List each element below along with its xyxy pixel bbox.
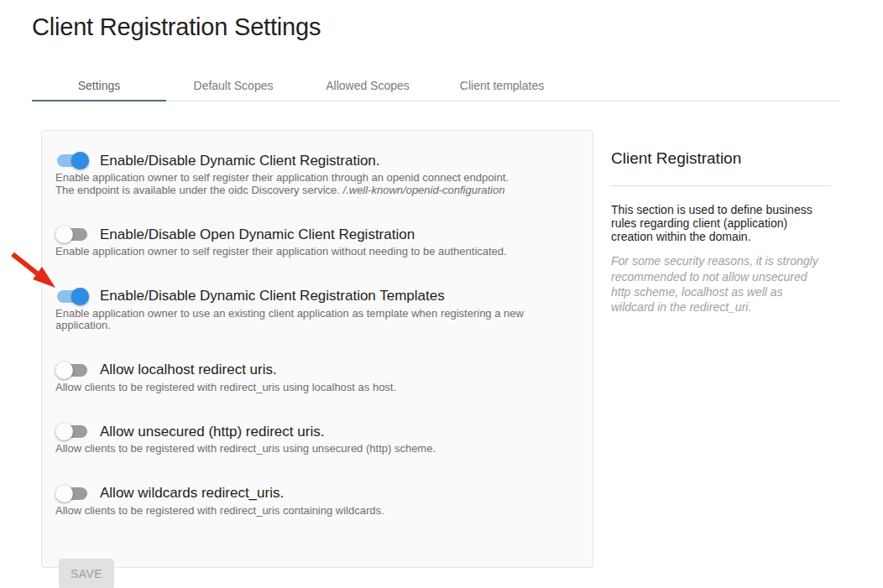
description-line-1: Enable application owner to self registe… bbox=[55, 171, 509, 184]
page-title: Client Registration Settings bbox=[32, 13, 321, 41]
tab-allowed-scopes[interactable]: Allowed Scopes bbox=[300, 70, 435, 101]
sidebar-heading: Client Registration bbox=[611, 149, 831, 168]
setting-label: Allow unsecured (http) redirect uris. bbox=[100, 424, 324, 440]
openid-config-path: /.well-known/openid-configuration bbox=[343, 184, 505, 196]
toggle-open-dynamic-client-registration[interactable] bbox=[55, 226, 89, 243]
setting-row-localhost-redirect: Allow localhost redirect uris. Allow cli… bbox=[55, 362, 577, 394]
setting-description: Allow clients to be registered with redi… bbox=[55, 443, 577, 455]
setting-label: Allow wildcards redirect_uris. bbox=[100, 485, 284, 502]
sidebar-security-note: For some security reasons, it is strongl… bbox=[611, 253, 823, 315]
tab-client-templates[interactable]: Client templates bbox=[435, 70, 569, 101]
setting-label: Enable/Disable Dynamic Client Registrati… bbox=[100, 153, 380, 169]
tab-settings[interactable]: Settings bbox=[32, 70, 166, 101]
toggle-knob bbox=[55, 226, 73, 243]
setting-description: Enable application owner to self registe… bbox=[55, 246, 577, 258]
setting-description: Allow clients to be registered with redi… bbox=[55, 382, 577, 394]
setting-row-open-dynamic-client-registration: Enable/Disable Open Dynamic Client Regis… bbox=[55, 226, 577, 258]
toggle-knob bbox=[55, 485, 73, 502]
sidebar-paragraph: This section is used to define business … bbox=[611, 204, 823, 243]
setting-row-registration-templates: Enable/Disable Dynamic Client Registrati… bbox=[55, 288, 577, 332]
toggle-dynamic-client-registration[interactable] bbox=[55, 152, 89, 169]
setting-label: Enable/Disable Open Dynamic Client Regis… bbox=[100, 226, 415, 243]
toggle-unsecured-http-redirect[interactable] bbox=[55, 423, 89, 440]
toggle-registration-templates[interactable] bbox=[55, 288, 89, 305]
setting-description: Enable application owner to use an exist… bbox=[55, 308, 577, 332]
setting-description: Allow clients to be registered with redi… bbox=[55, 505, 577, 518]
setting-description: Enable application owner to self registe… bbox=[55, 172, 577, 196]
toggle-wildcards-redirect[interactable] bbox=[55, 485, 89, 502]
toggle-knob bbox=[55, 423, 73, 440]
setting-label: Enable/Disable Dynamic Client Registrati… bbox=[100, 288, 445, 304]
toggle-localhost-redirect[interactable] bbox=[55, 362, 89, 379]
setting-row-wildcards-redirect: Allow wildcards redirect_uris. Allow cli… bbox=[55, 485, 577, 518]
toggle-knob bbox=[71, 288, 89, 305]
description-line-2: The endpoint is available under the oidc… bbox=[55, 184, 343, 196]
settings-panel: Enable/Disable Dynamic Client Registrati… bbox=[41, 130, 593, 568]
setting-row-dynamic-client-registration: Enable/Disable Dynamic Client Registrati… bbox=[55, 152, 577, 196]
toggle-knob bbox=[55, 362, 73, 379]
setting-row-unsecured-http-redirect: Allow unsecured (http) redirect uris. Al… bbox=[55, 423, 577, 455]
active-tab-indicator bbox=[32, 100, 166, 101]
tab-bar: Settings Default Scopes Allowed Scopes C… bbox=[32, 70, 840, 102]
help-sidebar: Client Registration This section is used… bbox=[611, 149, 831, 315]
toggle-knob bbox=[71, 152, 89, 169]
sidebar-divider bbox=[611, 185, 831, 186]
tab-default-scopes[interactable]: Default Scopes bbox=[166, 70, 300, 101]
setting-label: Allow localhost redirect uris. bbox=[100, 362, 277, 378]
save-button[interactable]: SAVE bbox=[59, 559, 114, 588]
